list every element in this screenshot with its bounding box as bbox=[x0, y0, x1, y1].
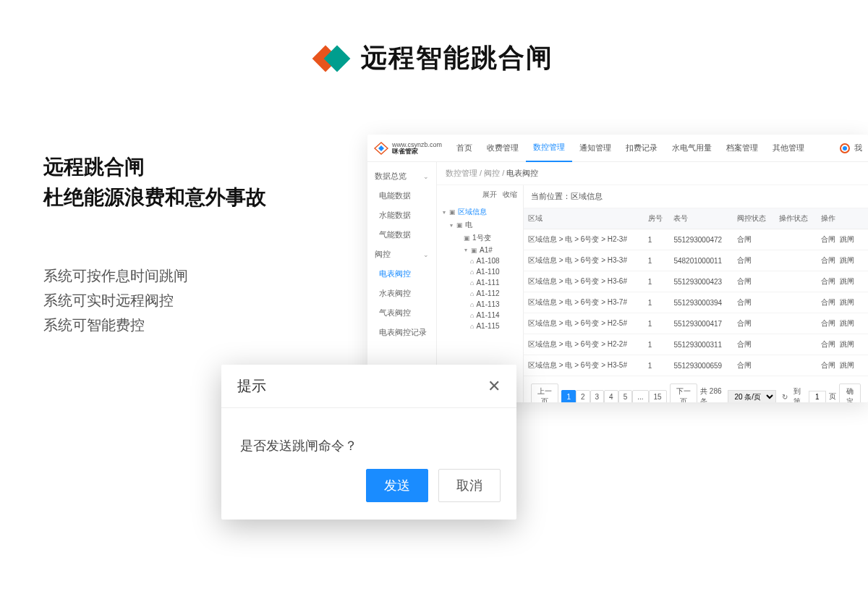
sidebar-item-power[interactable]: 电能数据 bbox=[367, 186, 436, 205]
pager-page[interactable]: 2 bbox=[576, 390, 590, 403]
pager-confirm[interactable]: 确定 bbox=[839, 384, 861, 402]
nav-item[interactable]: 数控管理 bbox=[526, 135, 572, 162]
house-icon: ⌂ bbox=[470, 279, 474, 287]
pager-page[interactable]: ... bbox=[632, 390, 648, 403]
pager-prev[interactable]: 上一页 bbox=[531, 384, 558, 402]
tree-leaf[interactable]: ⌂ A1-111 bbox=[441, 277, 523, 288]
op-trip-button[interactable]: 跳闸 bbox=[840, 319, 854, 327]
tree-leaf[interactable]: ⌂ A1-110 bbox=[441, 266, 523, 277]
feature-2: 系统可实时远程阀控 bbox=[43, 288, 266, 313]
house-icon: ⌂ bbox=[470, 312, 474, 319]
nav-item[interactable]: 其他管理 bbox=[765, 135, 812, 162]
table-row: 区域信息 > 电 > 6号变 > H2-2#1551293000311合闸合闸跳… bbox=[524, 334, 868, 355]
valve-status: 合闸 bbox=[733, 334, 775, 355]
pager-page[interactable]: 3 bbox=[590, 390, 605, 403]
tree-leaf[interactable]: ⌂ A1-112 bbox=[441, 288, 523, 299]
headline-1: 远程跳合闸 bbox=[43, 152, 266, 182]
table-area: 当前位置：区域信息 区域房号表号阀控状态操作状态操作 区域信息 > 电 > 6号… bbox=[524, 185, 868, 402]
topnav-right: 我 bbox=[840, 143, 862, 153]
pager-pagesize[interactable]: 20 条/页 bbox=[728, 390, 776, 403]
valve-status: 合闸 bbox=[733, 229, 775, 250]
nav-item[interactable]: 首页 bbox=[449, 135, 480, 162]
table-row: 区域信息 > 电 > 6号变 > H2-3#1551293000472合闸合闸跳… bbox=[524, 229, 868, 250]
op-trip-button[interactable]: 跳闸 bbox=[840, 256, 854, 264]
pager-page[interactable]: 1 bbox=[561, 390, 576, 403]
tree-collapse-button[interactable]: 收缩 bbox=[503, 190, 517, 200]
op-trip-button[interactable]: 跳闸 bbox=[840, 277, 854, 285]
pager-page[interactable]: 4 bbox=[604, 390, 618, 403]
table-header: 操作 bbox=[817, 208, 868, 229]
cancel-button[interactable]: 取消 bbox=[438, 469, 501, 502]
tree-expand-button[interactable]: 展开 bbox=[482, 190, 497, 200]
op-close-button[interactable]: 合闸 bbox=[821, 256, 835, 264]
pager-total: 共 286 条 bbox=[700, 386, 725, 402]
tree-leaf[interactable]: ⌂ A1-115 bbox=[441, 321, 523, 331]
pager-next[interactable]: 下一页 bbox=[670, 384, 697, 402]
building-icon: ▣ bbox=[449, 208, 456, 216]
logo[interactable]: www.csynzb.com 咪雀管家 bbox=[373, 142, 442, 155]
tree-leaf[interactable]: ⌂ A1-113 bbox=[441, 299, 523, 310]
sidebar-item-gas-valve[interactable]: 气表阀控 bbox=[367, 303, 436, 323]
user-label[interactable]: 我 bbox=[854, 143, 862, 153]
table-header: 阀控状态 bbox=[733, 208, 775, 229]
pager-page[interactable]: 5 bbox=[618, 390, 633, 403]
op-close-button[interactable]: 合闸 bbox=[821, 298, 835, 306]
op-close-button[interactable]: 合闸 bbox=[821, 319, 835, 327]
op-close-button[interactable]: 合闸 bbox=[821, 277, 835, 285]
tree-leaf[interactable]: ⌂ A1-108 bbox=[441, 255, 523, 266]
house-icon: ⌂ bbox=[470, 268, 474, 276]
feature-1: 系统可按作息时间跳闸 bbox=[43, 263, 266, 288]
close-icon[interactable]: ✕ bbox=[488, 378, 501, 394]
tree-leaf[interactable]: ⌂ A1-114 bbox=[441, 310, 523, 321]
op-trip-button[interactable]: 跳闸 bbox=[840, 361, 854, 369]
table-header: 操作状态 bbox=[775, 208, 817, 229]
current-location: 当前位置：区域信息 bbox=[524, 185, 868, 208]
send-button[interactable]: 发送 bbox=[366, 469, 428, 502]
valve-status: 合闸 bbox=[733, 271, 775, 292]
op-trip-button[interactable]: 跳闸 bbox=[840, 298, 854, 306]
marketing-copy: 远程跳合闸 杜绝能源浪费和意外事故 系统可按作息时间跳闸 系统可实时远程阀控 系… bbox=[43, 152, 266, 337]
nav-item[interactable]: 水电气用量 bbox=[665, 135, 719, 162]
hero-title: 远程智能跳合闸 bbox=[361, 41, 553, 76]
sidebar-group-valve[interactable]: 阀控 ⌄ bbox=[367, 245, 436, 264]
top-nav: www.csynzb.com 咪雀管家 首页收费管理数控管理通知管理扣费记录水电… bbox=[367, 135, 868, 162]
confirm-dialog: 提示 ✕ 是否发送跳闸命令？ 发送 取消 bbox=[221, 365, 516, 520]
sidebar-item-water[interactable]: 水能数据 bbox=[367, 205, 436, 225]
tree-node[interactable]: ▾▣电 bbox=[441, 219, 523, 232]
hero-icon bbox=[315, 47, 349, 70]
tree-node[interactable]: ▾▣A1# bbox=[441, 245, 523, 255]
op-trip-button[interactable]: 跳闸 bbox=[840, 340, 854, 348]
sidebar-item-meter-valve[interactable]: 电表阀控 bbox=[367, 264, 436, 284]
valve-status: 合闸 bbox=[733, 250, 775, 271]
table-row: 区域信息 > 电 > 6号变 > H3-6#1551293000423合闸合闸跳… bbox=[524, 271, 868, 292]
sidebar-group-data[interactable]: 数据总览 ⌄ bbox=[367, 166, 436, 186]
op-close-button[interactable]: 合闸 bbox=[821, 340, 835, 348]
nav-item[interactable]: 档案管理 bbox=[719, 135, 765, 162]
valve-status: 合闸 bbox=[733, 313, 775, 334]
tree-root[interactable]: ▾▣区域信息 bbox=[441, 205, 523, 219]
building-icon: ▣ bbox=[456, 221, 463, 229]
pager-goto-input[interactable] bbox=[809, 391, 826, 403]
nav-items: 首页收费管理数控管理通知管理扣费记录水电气用量档案管理其他管理 bbox=[449, 135, 812, 162]
op-close-button[interactable]: 合闸 bbox=[821, 361, 835, 369]
building-icon: ▣ bbox=[464, 234, 470, 242]
house-icon: ⌂ bbox=[470, 323, 474, 330]
op-trip-button[interactable]: 跳闸 bbox=[840, 235, 854, 243]
sidebar-item-gas[interactable]: 气能数据 bbox=[367, 225, 436, 245]
app-window: www.csynzb.com 咪雀管家 首页收费管理数控管理通知管理扣费记录水电… bbox=[367, 135, 868, 402]
table-header: 区域 bbox=[524, 208, 644, 229]
nav-item[interactable]: 通知管理 bbox=[572, 135, 618, 162]
pager-page[interactable]: 15 bbox=[649, 390, 667, 403]
op-close-button[interactable]: 合闸 bbox=[821, 235, 835, 243]
sidebar-item-valve-log[interactable]: 电表阀控记录 bbox=[367, 323, 436, 342]
nav-item[interactable]: 收费管理 bbox=[480, 135, 526, 162]
logo-name: 咪雀管家 bbox=[392, 148, 442, 155]
refresh-icon[interactable]: ↻ bbox=[779, 393, 791, 401]
meter-table: 区域房号表号阀控状态操作状态操作 区域信息 > 电 > 6号变 > H2-3#1… bbox=[524, 208, 868, 376]
table-row: 区域信息 > 电 > 6号变 > H2-5#1551293000417合闸合闸跳… bbox=[524, 313, 868, 334]
avatar-icon[interactable] bbox=[840, 143, 850, 153]
tree-node[interactable]: ▣1号变 bbox=[441, 232, 523, 245]
nav-item[interactable]: 扣费记录 bbox=[618, 135, 665, 162]
sidebar-item-water-valve[interactable]: 水表阀控 bbox=[367, 284, 436, 303]
hero-section: 远程智能跳合闸 bbox=[0, 0, 868, 76]
